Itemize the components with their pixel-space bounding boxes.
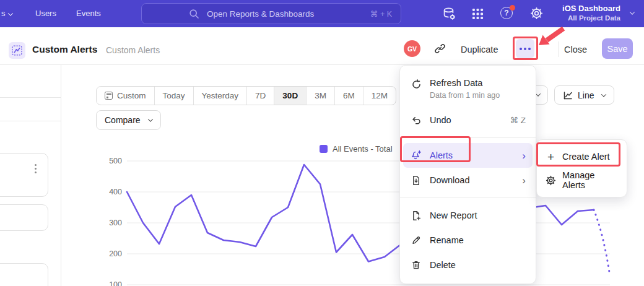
range-30d[interactable]: 30D — [274, 87, 307, 105]
range-6m[interactable]: 6M — [335, 87, 363, 105]
legend-swatch — [320, 145, 328, 153]
list-item[interactable] — [0, 153, 48, 197]
data-management-icon[interactable] — [442, 7, 456, 24]
svg-text:300: 300 — [109, 219, 122, 227]
chart-legend: All Events - Total — [320, 144, 393, 154]
svg-text:200: 200 — [109, 249, 122, 258]
divider — [0, 97, 61, 98]
svg-text:500: 500 — [109, 157, 122, 165]
refresh-icon — [410, 79, 422, 90]
range-3m[interactable]: 3M — [307, 87, 335, 105]
apps-grid-icon[interactable] — [471, 7, 484, 23]
help-icon[interactable]: ? — [500, 7, 513, 19]
compare-label: Compare — [105, 115, 141, 125]
alerts-icon — [410, 150, 422, 160]
svg-text:400: 400 — [109, 188, 122, 196]
create-alert-icon: + — [546, 151, 556, 163]
more-icon — [520, 48, 522, 50]
range-12m[interactable]: 12M — [363, 87, 396, 105]
duplicate-button[interactable]: Duplicate — [461, 45, 498, 54]
menu-item-refresh-data[interactable]: Refresh Data Data from 1 min ago — [400, 72, 536, 108]
manage-alerts-icon — [546, 175, 556, 186]
project-selector[interactable]: iOS Dashboard All Project Data — [562, 4, 620, 22]
legend-label: All Events - Total — [333, 144, 393, 154]
shortcut-hint: ⌘ Z — [510, 115, 526, 125]
menu-item-label: Undo — [430, 115, 451, 125]
divider — [559, 41, 559, 57]
divider — [400, 197, 536, 198]
chevron-right-icon: › — [522, 175, 526, 186]
project-name: iOS Dashboard — [562, 4, 620, 13]
submenu-item-label: Create Alert — [562, 152, 610, 162]
more-actions-button[interactable] — [516, 39, 534, 58]
project-scope: All Project Data — [562, 14, 620, 22]
delete-icon — [410, 260, 422, 270]
more-actions-menu: Refresh Data Data from 1 min ago Undo ⌘ … — [399, 65, 536, 284]
download-icon — [410, 175, 422, 186]
calendar-icon — [105, 92, 113, 100]
top-navbar: s Users Events Open Reports & Dashboards… — [0, 0, 644, 27]
chevron-down-icon — [7, 11, 12, 15]
submenu-item-manage-alerts[interactable]: Manage Alerts — [537, 168, 627, 192]
search-shortcut: ⌘ + K — [370, 9, 392, 19]
share-link-icon[interactable] — [434, 43, 446, 57]
search-placeholder: Open Reports & Dashboards — [207, 9, 314, 19]
submenu-item-label: Manage Alerts — [562, 170, 618, 190]
menu-item-label: Refresh Data — [430, 78, 500, 88]
compare-button[interactable]: Compare — [96, 110, 161, 130]
undo-icon — [410, 115, 422, 126]
submenu-item-create-alert[interactable]: + Create Alert — [537, 145, 627, 168]
menu-item-label: New Report — [430, 210, 477, 220]
date-range-bar: CustomTodayYesterday7D30D3M6M12M — [96, 86, 396, 105]
rename-icon — [410, 235, 422, 245]
menu-item-label: Alerts — [430, 150, 453, 160]
divider — [0, 121, 61, 121]
alerts-submenu: + Create Alert Manage Alerts — [536, 139, 627, 197]
menu-item-undo[interactable]: Undo ⌘ Z — [400, 108, 536, 132]
page-title: Custom Alerts — [32, 44, 97, 55]
range-yesterday[interactable]: Yesterday — [194, 87, 248, 105]
kebab-icon[interactable] — [35, 164, 37, 166]
nav-item-events[interactable]: Events — [76, 9, 101, 18]
chart-type-label: Line — [578, 90, 594, 100]
divider — [400, 137, 536, 138]
list-item[interactable] — [0, 204, 48, 231]
menu-item-sublabel: Data from 1 min ago — [430, 91, 500, 100]
chevron-down-icon — [601, 92, 606, 97]
report-icon — [9, 42, 25, 59]
chevron-right-icon: › — [522, 150, 526, 161]
menu-item-rename[interactable]: Rename — [400, 228, 536, 253]
menu-item-new-report[interactable]: New Report — [400, 203, 536, 228]
range-7d[interactable]: 7D — [247, 87, 274, 105]
menu-item-label: Download — [430, 175, 470, 185]
report-header: Custom Alerts Custom Alerts GV Duplicate… — [0, 27, 644, 65]
menu-item-download[interactable]: Download › — [400, 168, 536, 193]
chevron-down-icon — [630, 9, 635, 14]
notification-badge — [510, 5, 515, 11]
search-icon — [189, 9, 199, 19]
range-custom[interactable]: Custom — [97, 87, 155, 105]
menu-item-alerts[interactable]: Alerts › — [403, 143, 533, 168]
nav-item-users[interactable]: Users — [35, 9, 56, 18]
menu-item-label: Rename — [430, 235, 464, 245]
close-button[interactable]: Close — [564, 45, 587, 54]
search-input[interactable]: Open Reports & Dashboards ⌘ + K — [141, 3, 401, 24]
left-panel — [0, 65, 61, 286]
menu-item-delete[interactable]: Delete — [400, 253, 536, 277]
new-report-icon — [410, 210, 422, 221]
breadcrumb: Custom Alerts — [106, 45, 160, 55]
line-chart-icon — [563, 90, 573, 100]
svg-text:100: 100 — [109, 280, 122, 286]
list-item[interactable] — [0, 263, 48, 286]
chart-type-button[interactable]: Line — [554, 85, 614, 105]
settings-icon[interactable] — [530, 7, 543, 22]
range-today[interactable]: Today — [155, 87, 194, 105]
nav-item-partial[interactable]: s — [1, 9, 12, 18]
chevron-down-icon — [147, 116, 152, 121]
chevron-down-icon — [536, 91, 541, 96]
save-button[interactable]: Save — [602, 38, 633, 59]
avatar[interactable]: GV — [404, 40, 420, 57]
menu-item-label: Delete — [430, 260, 456, 270]
